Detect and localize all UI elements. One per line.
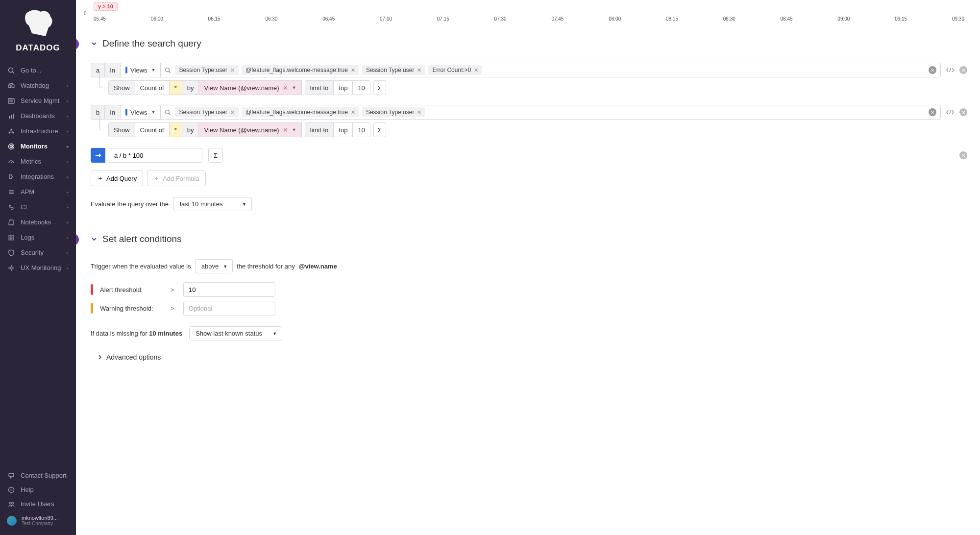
delete-query-button[interactable]: ✕ [959,66,967,74]
filter-pill[interactable]: Session Type:user✕ [362,65,426,75]
chevron-down-icon [91,236,98,243]
nav-item-label: Integrations [21,173,54,180]
filter-pill[interactable]: Session Type:user✕ [175,107,239,117]
caret-down-icon: ▼ [151,68,156,73]
query-source-select[interactable]: Views▼ [121,63,161,77]
remove-pill-icon[interactable]: ✕ [417,67,421,73]
remove-pill-icon[interactable]: ✕ [230,67,235,73]
warning-threshold-label: Warning threshold: [100,305,164,312]
chevron-right-icon: ▸ [67,129,69,134]
add-formula-button[interactable]: ＋ Add Formula [147,170,205,186]
warning-threshold-op: > [171,305,176,312]
svg-rect-10 [13,114,14,119]
puzzle-icon [7,173,16,180]
footer-item-help[interactable]: ?Help [0,483,76,497]
x-axis: 0 [91,14,967,14]
filter-pill[interactable]: @feature_flags.welcome-message:true✕ [242,107,359,117]
alert-threshold-label: Alert threshold: [100,286,164,293]
nav-item-metrics[interactable]: Metrics▸ [0,154,76,169]
x-tick: 06:45 [322,16,335,22]
code-toggle-icon[interactable] [946,109,955,116]
limit-label: limit to [305,80,334,95]
filter-pill[interactable]: Error Count:>0✕ [428,65,482,75]
missing-data-label: If data is missing for 10 minutes [91,330,182,337]
filter-pill[interactable]: @feature_flags.welcome-message:true✕ [242,65,359,75]
query-in-label: In [105,63,121,77]
nav-item-dashboards[interactable]: Dashboards▸ [0,108,76,123]
svg-line-17 [11,161,12,163]
formula-functions-button[interactable]: Σ [208,148,223,163]
groupby-select[interactable]: View Name (@view.name) ✕▼ [199,122,301,137]
remove-pill-icon[interactable]: ✕ [230,109,235,116]
user-menu[interactable]: mknowlton89... Test Company [0,511,76,530]
code-toggle-icon[interactable] [946,67,955,73]
query-filter-input[interactable]: Session Type:user✕@feature_flags.welcome… [161,105,941,120]
delete-formula-button[interactable]: ✕ [959,151,967,159]
add-query-button[interactable]: ＋ Add Query [91,170,143,186]
nav-item-infrastructure[interactable]: Infrastructure▸ [0,123,76,139]
limit-count-input[interactable]: 10 [353,80,370,95]
list-icon [7,97,16,104]
step-1-header[interactable]: Define the search query [91,38,967,49]
evaluate-window-select[interactable]: last 10 minutes ▼ [173,197,252,211]
filter-pill[interactable]: Session Type:user✕ [362,107,426,117]
footer-item-contact-support[interactable]: Contact Support [0,468,76,483]
query-source-select[interactable]: Views▼ [121,105,161,120]
trigger-operator-select[interactable]: above ▼ [195,259,233,273]
nav-item-notebooks[interactable]: Notebooks▸ [0,215,76,230]
delete-query-button[interactable]: ✕ [959,108,967,116]
measure-field[interactable]: * [170,80,182,95]
nav-item-ci[interactable]: CI▸ [0,199,76,215]
caret-down-icon: ▼ [151,110,156,115]
groupby-select[interactable]: View Name (@view.name) ✕▼ [199,80,301,95]
step-2-header[interactable]: Set alert conditions [91,234,967,244]
alert-threshold-input[interactable] [183,282,275,297]
svg-rect-24 [12,238,14,240]
filter-pill[interactable]: Session Type:user✕ [175,65,239,75]
step-define-query: 1 Define the search query a In Views▼ Se… [91,38,967,211]
trigger-operator-value: above [201,263,219,270]
sparkle-icon [7,265,16,271]
functions-button[interactable]: Σ [373,80,386,95]
formula-input[interactable] [109,148,202,163]
measure-select[interactable]: Count of [135,122,170,137]
functions-button[interactable]: Σ [373,122,386,137]
limit-direction-select[interactable]: top [334,80,353,95]
nav-item-apm[interactable]: APM▸ [0,184,76,199]
clear-filters-button[interactable]: ✕ [929,66,936,74]
x-tick: 07:15 [437,16,449,22]
nav-item-monitors[interactable]: Monitors▸ [0,139,76,154]
book-icon [7,219,16,226]
limit-direction-select[interactable]: top [334,122,353,137]
remove-groupby-icon[interactable]: ✕ [283,126,288,134]
y-zero-label: 0 [84,11,87,16]
shield-icon [7,249,16,256]
lines-icon [7,189,16,195]
nav-item-label: UX Monitoring [21,264,61,271]
svg-rect-21 [9,235,11,237]
advanced-options-toggle[interactable]: Advanced options [98,353,967,361]
measure-select[interactable]: Count of [135,80,170,95]
remove-pill-icon[interactable]: ✕ [417,109,421,116]
missing-data-action-select[interactable]: Show last known status ▼ [189,326,282,340]
footer-item-invite-users[interactable]: Invite Users [0,497,76,511]
warning-threshold-input[interactable] [183,301,275,316]
clear-filters-button[interactable]: ✕ [929,108,936,116]
remove-pill-icon[interactable]: ✕ [474,67,478,73]
datadog-logo-icon [21,9,55,39]
nav-item-logs[interactable]: Logs▸ [0,230,76,245]
nav-item-security[interactable]: Security▸ [0,245,76,260]
remove-groupby-icon[interactable]: ✕ [283,84,288,92]
nav-item-label: Security [21,249,44,256]
query-filter-input[interactable]: Session Type:user✕@feature_flags.welcome… [161,63,941,77]
nav-item-ux-monitoring[interactable]: UX Monitoring▸ [0,260,76,275]
nav-goto[interactable]: Go to... [0,63,76,78]
remove-pill-icon[interactable]: ✕ [351,109,355,116]
nav-item-service-mgmt[interactable]: Service Mgmt▸ [0,93,76,108]
limit-count-input[interactable]: 10 [353,122,370,137]
show-label: Show [108,122,135,137]
nav-item-integrations[interactable]: Integrations▸ [0,169,76,184]
remove-pill-icon[interactable]: ✕ [351,67,355,73]
nav-item-watchdog[interactable]: Watchdog▸ [0,78,76,93]
measure-field[interactable]: * [170,122,182,137]
